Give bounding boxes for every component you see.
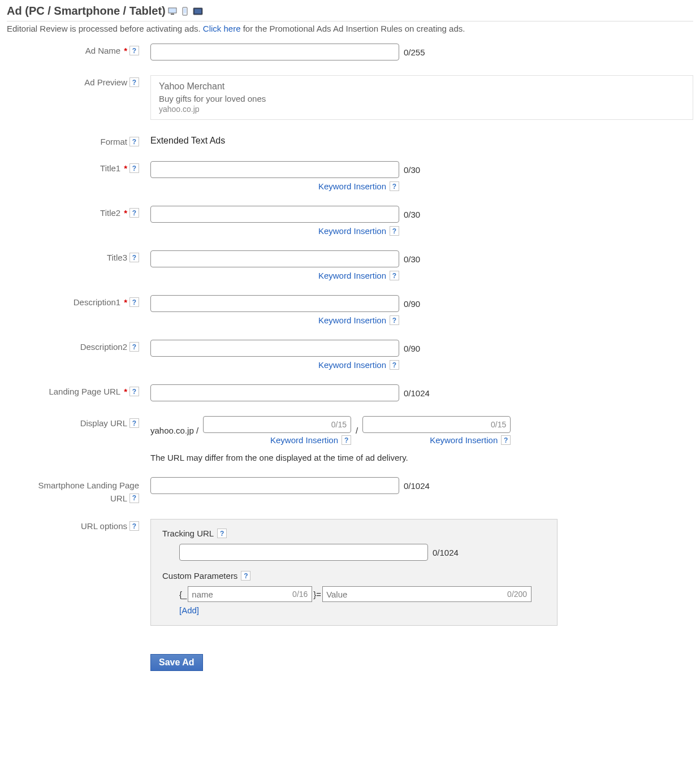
title1-input[interactable]: [150, 161, 399, 178]
display-url-label: Display URL ?: [7, 416, 145, 428]
url-options-label: URL options ?: [7, 519, 145, 531]
display-url-prefix: yahoo.co.jp /: [150, 426, 198, 435]
description2-label: Description2 ?: [7, 340, 145, 352]
custom-parameter-row: {_ 0/16 }= 0/200: [179, 586, 546, 602]
description1-counter: 0/90: [404, 299, 420, 309]
tablet-icon: [193, 7, 203, 16]
pc-icon: [168, 7, 178, 16]
brace-close: }=: [313, 590, 321, 599]
display-url-path1-input[interactable]: [203, 416, 351, 433]
title1-counter: 0/30: [404, 165, 420, 175]
format-label: Format ?: [7, 135, 145, 146]
help-icon[interactable]: ?: [501, 435, 511, 445]
help-icon[interactable]: ?: [129, 297, 139, 307]
keyword-insertion-link[interactable]: Keyword Insertion: [318, 360, 386, 370]
ad-name-label: Ad Name* ?: [7, 44, 145, 55]
tracking-url-label: Tracking URL ?: [162, 529, 546, 538]
help-icon[interactable]: ?: [129, 208, 139, 218]
smartphone-lp-url-label: Smartphone Landing Page URL ?: [7, 477, 145, 504]
help-icon[interactable]: ?: [129, 418, 139, 428]
tracking-url-input[interactable]: [179, 544, 428, 561]
title3-input[interactable]: [150, 250, 399, 267]
help-icon[interactable]: ?: [129, 253, 139, 262]
help-icon[interactable]: ?: [390, 181, 399, 191]
title2-input[interactable]: [150, 206, 399, 223]
description1-label: Description1* ?: [7, 295, 145, 307]
description2-counter: 0/90: [404, 344, 420, 353]
click-here-link[interactable]: Click here: [203, 24, 241, 33]
page-title-text: Ad (PC / Smartphone / Tablet): [7, 5, 166, 18]
keyword-insertion-link[interactable]: Keyword Insertion: [318, 226, 386, 236]
custom-parameters-label: Custom Parameters ?: [162, 571, 546, 581]
ad-name-input[interactable]: [150, 44, 399, 60]
custom-parameter-value-input[interactable]: [322, 586, 532, 602]
title3-counter: 0/30: [404, 254, 420, 264]
keyword-insertion-link[interactable]: Keyword Insertion: [318, 181, 386, 191]
add-parameter-link[interactable]: [Add]: [179, 605, 546, 615]
url-options-panel: Tracking URL ? 0/1024 Custom Parameters …: [150, 519, 558, 626]
help-icon[interactable]: ?: [129, 342, 139, 352]
editorial-note-pre: Editorial Review is processed before act…: [7, 24, 203, 33]
help-icon[interactable]: ?: [390, 271, 399, 280]
format-value: Extended Text Ads: [150, 135, 693, 146]
custom-parameter-name-input[interactable]: [188, 586, 312, 602]
help-icon[interactable]: ?: [129, 77, 139, 87]
smartphone-icon: [180, 7, 191, 16]
brace-open: {_: [179, 590, 187, 599]
help-icon[interactable]: ?: [241, 571, 250, 581]
smartphone-lp-url-counter: 0/1024: [404, 481, 430, 491]
ad-preview-label: Ad Preview ?: [7, 75, 145, 87]
page-title: Ad (PC / Smartphone / Tablet): [7, 5, 693, 21]
keyword-insertion-link[interactable]: Keyword Insertion: [270, 435, 338, 445]
svg-rect-3: [184, 8, 186, 13]
landing-page-url-label: Landing Page URL* ?: [7, 384, 145, 396]
display-url-path2-input[interactable]: [362, 416, 511, 433]
editorial-note: Editorial Review is processed before act…: [7, 24, 693, 33]
preview-desc: Buy gifts for your loved ones: [159, 94, 685, 103]
preview-url: yahoo.co.jp: [159, 105, 685, 114]
help-icon[interactable]: ?: [129, 387, 139, 396]
help-icon[interactable]: ?: [390, 226, 399, 236]
help-icon[interactable]: ?: [390, 315, 399, 325]
help-icon[interactable]: ?: [217, 529, 227, 538]
ad-preview-box: Yahoo Merchant Buy gifts for your loved …: [150, 75, 693, 120]
title3-label: Title3 ?: [7, 250, 145, 262]
title1-label: Title1* ?: [7, 161, 145, 173]
title2-counter: 0/30: [404, 210, 420, 219]
tracking-url-counter: 0/1024: [433, 548, 459, 557]
landing-page-url-input[interactable]: [150, 384, 399, 401]
landing-page-url-counter: 0/1024: [404, 388, 430, 398]
svg-rect-1: [171, 14, 174, 15]
help-icon[interactable]: ?: [129, 46, 139, 55]
smartphone-lp-url-input[interactable]: [150, 477, 399, 494]
description1-input[interactable]: [150, 295, 399, 312]
editorial-note-post: for the Promotional Ads Ad Insertion Rul…: [241, 24, 465, 33]
preview-title: Yahoo Merchant: [159, 81, 685, 92]
help-icon[interactable]: ?: [129, 521, 139, 531]
help-icon[interactable]: ?: [129, 493, 139, 503]
save-ad-button[interactable]: Save Ad: [150, 654, 203, 671]
description2-input[interactable]: [150, 340, 399, 357]
help-icon[interactable]: ?: [129, 137, 139, 146]
ad-name-counter: 0/255: [404, 47, 425, 57]
keyword-insertion-link[interactable]: Keyword Insertion: [430, 435, 498, 445]
svg-rect-5: [195, 9, 201, 14]
keyword-insertion-link[interactable]: Keyword Insertion: [318, 271, 386, 280]
help-icon[interactable]: ?: [342, 435, 351, 445]
help-icon[interactable]: ?: [129, 163, 139, 173]
keyword-insertion-link[interactable]: Keyword Insertion: [318, 315, 386, 325]
title2-label: Title2* ?: [7, 206, 145, 218]
slash-separator: /: [356, 426, 358, 435]
help-icon[interactable]: ?: [390, 360, 399, 370]
display-url-note: The URL may differ from the one displaye…: [150, 453, 517, 462]
svg-rect-0: [168, 8, 176, 13]
